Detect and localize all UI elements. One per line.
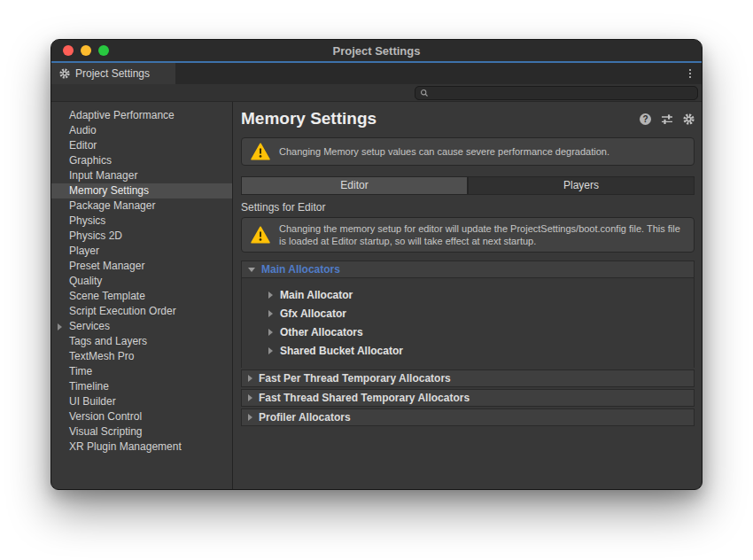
- sidebar-item-label: XR Plugin Management: [69, 440, 182, 453]
- zoom-button[interactable]: [98, 45, 109, 56]
- allocator-foldouts: Main Allocators Main Allocator Gfx Alloc…: [241, 261, 695, 426]
- foldout-label: Fast Thread Shared Temporary Allocators: [259, 392, 470, 404]
- foldout-fast-thread-shared-temporary-allocators[interactable]: Fast Thread Shared Temporary Allocators: [241, 389, 695, 407]
- tab-label: Project Settings: [75, 67, 150, 80]
- foldout-shared-bucket-allocator[interactable]: Shared Bucket Allocator: [242, 341, 694, 360]
- sidebar-item-label: Physics: [69, 214, 105, 227]
- chevron-down-icon: [248, 268, 255, 272]
- tab-project-settings[interactable]: Project Settings: [51, 63, 175, 84]
- sidebar-item-xr-plugin-management[interactable]: XR Plugin Management: [51, 439, 232, 455]
- foldout-main-allocator[interactable]: Main Allocator: [242, 285, 694, 304]
- sidebar-item-scene-template[interactable]: Scene Template: [51, 289, 232, 304]
- foldout-label: Main Allocators: [261, 263, 340, 276]
- sidebar-item-label: Input Manager: [69, 169, 137, 182]
- sidebar-item-label: Adaptive Performance: [69, 109, 175, 121]
- sidebar-item-label: Scene Template: [69, 290, 145, 302]
- kebab-menu-icon[interactable]: [689, 63, 691, 84]
- sidebar-item-services[interactable]: Services: [51, 319, 232, 334]
- chevron-right-icon: [248, 394, 252, 401]
- sidebar-item-physics[interactable]: Physics: [51, 214, 232, 229]
- sidebar-item-label: Player: [69, 245, 99, 257]
- sidebar-item-editor[interactable]: Editor: [51, 138, 232, 153]
- sidebar-item-label: Timeline: [69, 380, 109, 393]
- preset-icon[interactable]: [661, 113, 673, 125]
- sidebar-item-quality[interactable]: Quality: [51, 274, 232, 289]
- dock-tab-strip: Project Settings: [51, 61, 702, 84]
- foldout-label: Other Allocators: [280, 326, 363, 338]
- desktop: Project Settings Project Settings: [0, 0, 753, 560]
- sidebar-item-preset-manager[interactable]: Preset Manager: [51, 259, 232, 274]
- project-settings-window: Project Settings Project Settings: [50, 39, 703, 490]
- foldout-gfx-allocator[interactable]: Gfx Allocator: [242, 304, 694, 323]
- help-icon[interactable]: ?: [640, 113, 651, 125]
- window-title: Project Settings: [51, 44, 702, 58]
- content: Adaptive Performance Audio Editor Graphi…: [51, 102, 702, 489]
- tab-players[interactable]: Players: [468, 176, 695, 195]
- warning-icon: [251, 226, 270, 244]
- sidebar-item-textmesh-pro[interactable]: TextMesh Pro: [51, 349, 232, 364]
- sidebar-item-label: UI Builder: [69, 395, 116, 408]
- panel-header: Memory Settings ?: [241, 107, 695, 130]
- sidebar-item-physics-2d[interactable]: Physics 2D: [51, 229, 232, 244]
- sidebar-item-visual-scripting[interactable]: Visual Scripting: [51, 424, 232, 439]
- sidebar-item-graphics[interactable]: Graphics: [51, 153, 232, 168]
- sidebar-item-ui-builder[interactable]: UI Builder: [51, 394, 232, 409]
- sidebar-item-label: Tags and Layers: [69, 335, 147, 347]
- editor-warning-banner: Changing the memory setup for editor wil…: [241, 217, 695, 253]
- foldout-other-allocators[interactable]: Other Allocators: [242, 323, 694, 341]
- tab-editor[interactable]: Editor: [241, 176, 468, 195]
- sidebar-item-package-manager[interactable]: Package Manager: [51, 198, 232, 214]
- warning-icon: [251, 143, 270, 160]
- foldout-label: Main Allocator: [280, 289, 353, 301]
- sidebar-item-label: Time: [69, 365, 92, 377]
- chevron-right-icon: [268, 292, 273, 299]
- sidebar-item-label: Script Execution Order: [69, 305, 176, 317]
- minimize-button[interactable]: [81, 45, 91, 56]
- gear-icon: [59, 68, 70, 79]
- titlebar[interactable]: Project Settings: [51, 40, 702, 61]
- sidebar-item-player[interactable]: Player: [51, 244, 232, 259]
- sidebar-item-label: Version Control: [69, 410, 142, 423]
- chevron-right-icon: [268, 329, 273, 336]
- chevron-right-icon: [248, 414, 252, 421]
- chevron-right-icon: [268, 310, 273, 317]
- sidebar-item-tags-and-layers[interactable]: Tags and Layers: [51, 334, 232, 349]
- target-tabs: Editor Players: [241, 176, 695, 195]
- sidebar-item-label: Memory Settings: [69, 184, 149, 197]
- memory-settings-panel: Memory Settings ?: [233, 102, 702, 489]
- search-icon: [420, 89, 429, 97]
- header-icons: ?: [640, 113, 695, 125]
- sidebar-item-label: Quality: [69, 275, 102, 287]
- gear-icon[interactable]: [683, 113, 695, 125]
- close-button[interactable]: [63, 45, 74, 56]
- page-title: Memory Settings: [241, 109, 640, 128]
- warning-banner: Changing Memory setup values can cause s…: [241, 137, 695, 166]
- sidebar-item-audio[interactable]: Audio: [51, 123, 232, 138]
- sidebar-item-memory-settings[interactable]: Memory Settings: [51, 183, 232, 198]
- sidebar-item-label: TextMesh Pro: [69, 350, 134, 362]
- search-input[interactable]: [432, 88, 693, 98]
- chevron-right-icon: [268, 347, 273, 354]
- sidebar-item-label: Physics 2D: [69, 229, 122, 242]
- sidebar-item-input-manager[interactable]: Input Manager: [51, 168, 232, 183]
- sidebar-item-label: Preset Manager: [69, 260, 144, 272]
- search-row: [51, 84, 702, 102]
- sidebar-item-label: Editor: [69, 139, 97, 152]
- sidebar-item-time[interactable]: Time: [51, 364, 232, 379]
- sidebar-item-label: Audio: [69, 124, 97, 136]
- sidebar-item-adaptive-performance[interactable]: Adaptive Performance: [51, 108, 232, 123]
- foldout-profiler-allocators[interactable]: Profiler Allocators: [241, 408, 695, 426]
- sidebar-item-script-execution-order[interactable]: Script Execution Order: [51, 304, 232, 319]
- sidebar-item-label: Graphics: [69, 154, 112, 167]
- foldout-arrow-icon: [58, 323, 62, 331]
- sidebar-item-label: Package Manager: [69, 199, 155, 212]
- warning-text: Changing the memory setup for editor wil…: [279, 222, 685, 247]
- foldout-label: Fast Per Thread Temporary Allocators: [259, 372, 451, 385]
- foldout-fast-per-thread-temporary-allocators[interactable]: Fast Per Thread Temporary Allocators: [241, 369, 695, 387]
- search-box[interactable]: [415, 86, 698, 100]
- sidebar-item-version-control[interactable]: Version Control: [51, 409, 232, 424]
- foldout-main-allocators[interactable]: Main Allocators: [241, 261, 695, 278]
- sidebar-item-timeline[interactable]: Timeline: [51, 379, 232, 394]
- warning-text: Changing Memory setup values can cause s…: [279, 145, 609, 158]
- foldout-label: Shared Bucket Allocator: [280, 345, 403, 357]
